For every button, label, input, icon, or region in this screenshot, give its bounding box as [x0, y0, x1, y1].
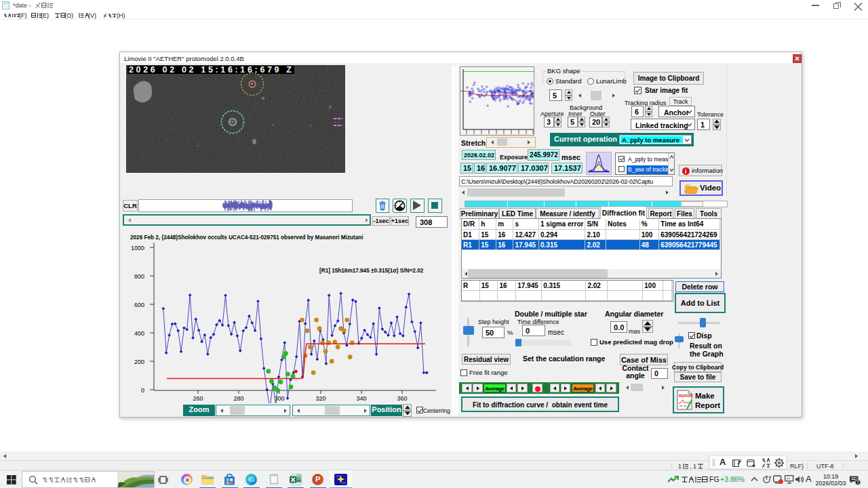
svg-text:320: 320 — [315, 395, 326, 402]
svg-text:[R1] 15h16m17.945 ±0.315(1σ) S: [R1] 15h16m17.945 ±0.315(1σ) S/N=2.02 — [319, 268, 424, 274]
svg-text:300: 300 — [274, 395, 284, 402]
svg-text:1000: 1000 — [131, 245, 144, 251]
svg-text:2026 Feb 2, (2448)Sholokhov oc: 2026 Feb 2, (2448)Sholokhov occults UCAC… — [130, 235, 363, 241]
svg-text:360: 360 — [397, 395, 407, 402]
svg-text:7: 7 — [856, 480, 859, 485]
svg-text:260: 260 — [193, 395, 203, 402]
svg-text:600: 600 — [134, 302, 144, 308]
svg-text:340: 340 — [356, 395, 366, 402]
svg-text:800: 800 — [134, 273, 144, 280]
svg-text:REPORT: REPORT — [679, 394, 693, 398]
svg-text:280: 280 — [233, 395, 243, 402]
svg-text:0: 0 — [141, 387, 144, 394]
svg-text:2026 02 02 15:16:16:679 Z: 2026 02 02 15:16:16:679 Z — [129, 65, 292, 75]
svg-text:400: 400 — [134, 330, 144, 337]
svg-text:200: 200 — [134, 359, 144, 365]
